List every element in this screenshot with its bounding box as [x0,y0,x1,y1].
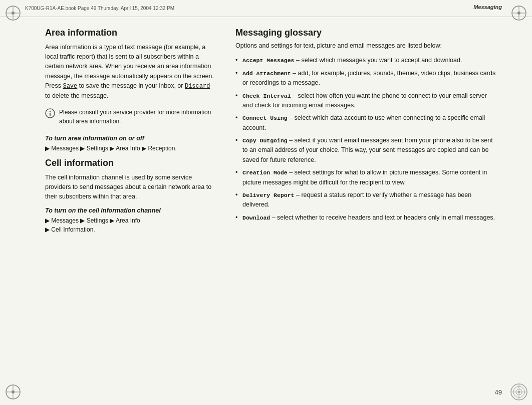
glossary-term: Copy Outgoing [242,137,288,144]
cell-info-body: The cell information channel is used by … [45,173,215,202]
glossary-item: Accept Messages – select which messages … [235,56,497,65]
info-icon [45,108,55,118]
right-column: Messaging glossary Options and settings … [235,28,497,380]
page: K700UG-R1A-AE.book Page 49 Thursday, Apr… [0,0,532,405]
glossary-item: Check Interval – select how often you wa… [235,91,497,111]
glossary-term: Check Interval [242,93,291,99]
corner-decoration-bl [4,383,22,401]
discard-label: Discard [185,83,210,90]
cell-info-heading: Cell information [45,158,215,169]
area-info-heading: Area information [45,28,215,39]
content-area: Area information Area information is a t… [45,28,497,380]
corner-decoration-tr [510,4,528,22]
glossary-term: Connect Using [242,115,288,121]
glossary-item: Connect Using – select which data accoun… [235,113,497,133]
svg-point-7 [517,12,520,15]
corner-decoration-br [510,383,528,401]
svg-point-11 [12,390,15,393]
glossary-term: Add Attachment [242,70,291,77]
turn-cell-path: ▶ Messages ▶ Settings ▶ Area Info ▶ Cell… [45,216,215,234]
left-column: Area information Area information is a t… [45,28,215,380]
glossary-term: Delivery Report [242,192,295,198]
note-text: Please consult your service provider for… [59,108,215,126]
header-bar: K700UG-R1A-AE.book Page 49 Thursday, Apr… [0,0,532,17]
svg-point-3 [12,12,15,15]
header-text: K700UG-R1A-AE.book Page 49 Thursday, Apr… [25,6,174,11]
svg-point-19 [50,111,51,112]
corner-decoration-tl [4,4,22,22]
glossary-intro: Options and settings for text, picture a… [235,41,497,51]
glossary-item: Add Attachment – add, for example, pictu… [235,69,497,88]
glossary-item: Delivery Report – request a status repor… [235,190,497,210]
glossary-term: Download [242,215,270,221]
glossary-item: Download – select whether to receive hea… [235,213,497,223]
glossary-heading: Messaging glossary [235,28,497,38]
page-number: 49 [495,388,502,396]
glossary-term: Accept Messages [242,57,295,64]
area-info-body: Area information is a type of text messa… [45,43,215,101]
glossary-item: Creation Mode – select settings for what… [235,168,497,187]
note-box: Please consult your service provider for… [45,106,215,128]
glossary-item: Copy Outgoing – select if you want email… [235,136,497,165]
glossary-list: Accept Messages – select which messages … [235,56,497,223]
turn-on-off-heading: To turn area information on or off [45,135,215,142]
turn-cell-heading: To turn on the cell information channel [45,207,215,214]
section-title: Messaging [473,4,502,10]
glossary-term: Creation Mode [242,169,288,176]
save-label: Save [63,83,77,90]
turn-on-off-path: ▶ Messages ▶ Settings ▶ Area Info ▶ Rece… [45,144,215,153]
svg-rect-20 [50,113,51,116]
